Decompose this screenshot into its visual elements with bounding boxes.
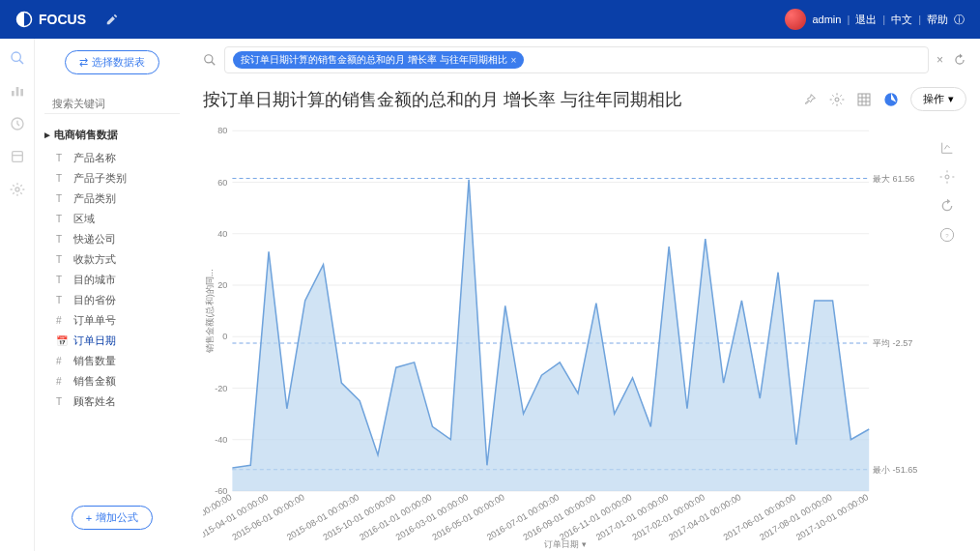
svg-point-14 [835,98,839,102]
svg-text:80: 80 [217,126,227,135]
query-bar: 按订单日期计算的销售金额的总和的月 增长率 与往年同期相比 × × [203,39,966,81]
tree-item[interactable]: 📅订单日期 [44,331,180,351]
data-icon[interactable] [10,149,25,164]
gear-icon[interactable] [10,182,25,197]
svg-text:订单日期 ▾: 订单日期 ▾ [544,539,586,549]
svg-text:平均 -2.57: 平均 -2.57 [873,338,912,348]
tree-item[interactable]: T产品类别 [44,188,180,209]
sidebar: ⇄ 选择数据表 ▸ 电商销售数据 T产品名称T产品子类别T产品类别T区域T快递公… [35,39,189,551]
add-formula-button[interactable]: + 增加公式 [72,506,153,530]
edit-icon[interactable] [105,13,119,26]
query-chip[interactable]: 按订单日期计算的销售金额的总和的月 增长率 与往年同期相比 × [233,51,524,69]
tree-item[interactable]: T快递公司 [44,229,180,249]
chart[interactable]: -60-40-20020406080最大 61.56平均 -2.57最小 -51… [203,121,928,551]
svg-point-61 [945,175,949,179]
tree-item[interactable]: T目的省份 [44,290,180,310]
tree-item[interactable]: T收款方式 [44,249,180,270]
table-icon[interactable] [856,92,872,107]
tree-item[interactable]: #销售金额 [44,371,180,392]
svg-point-9 [15,188,19,191]
app-header: FOCUS admin | 退出 | 中文 | 帮助 ⓘ [0,0,980,39]
svg-text:销售金额(总和)的同...: 销售金额(总和)的同... [205,269,215,354]
chart-icon[interactable] [10,83,25,99]
tree-item[interactable]: T顾客姓名 [44,392,180,412]
pin-icon[interactable] [802,92,818,107]
lang-link[interactable]: 中文 [891,13,912,27]
brand-text: FOCUS [39,12,86,27]
tree-item[interactable]: T区域 [44,209,180,229]
tree-item[interactable]: #销售数量 [44,351,180,371]
svg-rect-5 [20,89,23,96]
tree-item[interactable]: T产品子类别 [44,168,180,188]
svg-text:0: 0 [222,332,227,341]
help-icon[interactable]: ? [939,227,955,243]
page-title: 按订单日期计算的销售金额的总和的月 增长率 与往年同期相比 [203,88,802,111]
avatar[interactable] [785,9,806,30]
svg-line-13 [212,62,216,66]
svg-point-1 [12,52,20,61]
search-icon[interactable] [10,50,25,66]
svg-text:最大 61.56: 最大 61.56 [873,173,914,183]
content-area: 按订单日期计算的销售金额的总和的月 增长率 与往年同期相比 × × 按订单日期计… [189,39,980,551]
svg-text:最小 -51.65: 最小 -51.65 [873,465,917,475]
svg-text:40: 40 [217,229,227,239]
operations-button[interactable]: 操作 ▾ [910,87,966,111]
svg-text:20: 20 [217,280,227,290]
tree-item[interactable]: T产品名称 [44,148,180,168]
username[interactable]: admin [812,14,841,25]
chip-remove-icon[interactable]: × [511,55,517,66]
sidebar-search[interactable] [44,94,180,114]
help-icon[interactable]: ⓘ [954,13,965,27]
query-input[interactable]: 按订单日期计算的销售金额的总和的月 增长率 与往年同期相比 × [224,46,929,73]
tree-root[interactable]: ▸ 电商销售数据 [44,128,180,142]
pie-icon[interactable] [883,92,899,107]
search-icon[interactable] [203,53,216,67]
header-user-area: admin | 退出 | 中文 | 帮助 ⓘ [785,9,965,30]
help-link[interactable]: 帮助 [927,13,948,27]
refresh-icon[interactable] [939,198,955,214]
brand-logo[interactable]: FOCUS [15,11,86,28]
svg-point-12 [205,55,213,63]
tree-item[interactable]: T目的城市 [44,270,180,290]
refresh-icon[interactable] [953,53,966,67]
chart-side-tools: ? [928,121,966,551]
svg-text:-40: -40 [215,435,227,445]
clock-icon[interactable] [10,116,25,131]
svg-rect-15 [858,94,870,105]
svg-text:60: 60 [217,178,227,188]
tree-item[interactable]: #订单单号 [44,310,180,331]
gear-icon[interactable] [939,169,955,185]
axis-icon[interactable] [939,140,955,156]
gear-icon[interactable] [829,92,845,107]
svg-text:-20: -20 [215,383,227,392]
svg-text:?: ? [945,233,949,239]
select-data-button[interactable]: ⇄ 选择数据表 [65,50,159,74]
chart-toolbar: 操作 ▾ [802,87,966,111]
svg-line-2 [19,60,23,64]
svg-rect-7 [12,152,22,162]
clear-icon[interactable]: × [937,53,943,67]
logout-link[interactable]: 退出 [855,13,877,27]
field-tree: ▸ 电商销售数据 T产品名称T产品子类别T产品类别T区域T快递公司T收款方式T目… [44,128,180,506]
svg-rect-3 [12,91,14,96]
nav-rail [0,39,35,551]
sidebar-search-input[interactable] [52,98,186,109]
svg-rect-4 [15,87,18,96]
